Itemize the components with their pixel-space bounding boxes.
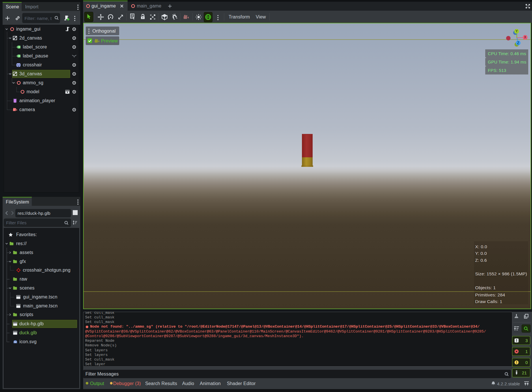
svg-text:X: X [524,35,526,39]
svg-text:Z: Z [517,41,519,45]
svg-text:Y: Y [516,29,518,33]
